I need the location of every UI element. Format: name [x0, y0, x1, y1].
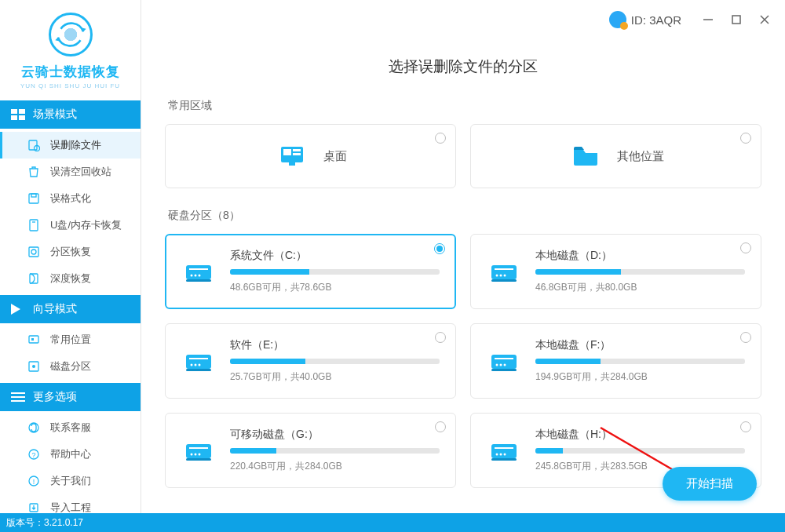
- sidebar-item-label: U盘/内存卡恢复: [50, 218, 122, 232]
- partition-card[interactable]: 软件（E:） 25.7GB可用，共40.0GB: [165, 323, 456, 399]
- drive-icon: [487, 433, 521, 468]
- section-scene-label: 场景模式: [33, 107, 77, 122]
- partition-usage: 46.8GB可用，共80.0GB: [535, 281, 745, 294]
- drive-icon: [487, 344, 521, 378]
- sidebar-item-usb-sd[interactable]: U盘/内存卡恢复: [0, 212, 141, 239]
- partition-card[interactable]: 本地磁盘（D:） 46.8GB可用，共80.0GB: [470, 234, 761, 309]
- radio-indicator: [434, 243, 445, 254]
- minimize-button[interactable]: [697, 9, 719, 31]
- svg-rect-34: [283, 149, 291, 155]
- radio-indicator: [740, 421, 751, 432]
- sidebar-item-label: 关于我们: [50, 474, 91, 488]
- svg-rect-69: [495, 447, 513, 449]
- partitions-label: 硬盘分区（8）: [168, 209, 761, 223]
- sidebar: 云骑士数据恢复 YUN QI SHI SHU JU HUI FU 场景模式 误删…: [0, 0, 141, 513]
- section-more-header: 更多选项: [0, 383, 141, 411]
- sidebar-item-label: 分区恢复: [50, 245, 91, 259]
- usage-bar: [535, 448, 745, 454]
- main-panel: 选择误删除文件的分区 常用区域 桌面 其他位置: [141, 0, 785, 513]
- partition-name: 可移动磁盘（G:）: [230, 428, 440, 442]
- svg-rect-8: [11, 115, 17, 120]
- svg-rect-36: [293, 153, 301, 155]
- svg-rect-51: [189, 358, 208, 359]
- partition-card[interactable]: 可移动磁盘（G:） 220.4GB可用，共284.0GB: [165, 413, 456, 488]
- partition-usage: 48.6GB可用，共78.6GB: [230, 281, 440, 294]
- svg-point-70: [496, 454, 498, 456]
- about-icon: !: [27, 474, 41, 488]
- format-icon: [27, 191, 41, 206]
- support-icon: [27, 421, 41, 435]
- deep-scan-icon: [27, 271, 41, 286]
- logo-icon: [49, 13, 93, 56]
- radio-indicator: [740, 133, 751, 144]
- svg-text:?: ?: [31, 451, 35, 459]
- sidebar-item-label: 误删除文件: [50, 138, 101, 152]
- partition-card[interactable]: 本地磁盘（F:） 194.9GB可用，共284.0GB: [470, 323, 761, 399]
- svg-rect-55: [186, 369, 211, 371]
- statusbar: 版本号：3.21.0.17: [0, 513, 785, 532]
- section-wizard-header: 向导模式: [0, 295, 141, 323]
- partition-usage: 25.7GB可用，共40.0GB: [230, 370, 440, 384]
- scene-mode-icon: [11, 109, 25, 120]
- usage-bar: [230, 359, 440, 364]
- drive-icon: [487, 254, 521, 289]
- sidebar-item-label: 帮助中心: [50, 447, 91, 461]
- svg-point-46: [496, 275, 498, 277]
- scene-menu: 误删除文件 误清空回收站 误格式化 U盘/内存卡恢复 分区恢复 深度恢复: [0, 129, 141, 295]
- version-label: 版本号：3.21.0.17: [6, 516, 83, 530]
- sidebar-item-recycle-bin[interactable]: 误清空回收站: [0, 159, 141, 185]
- drive-icon: [181, 344, 216, 378]
- maximize-button[interactable]: [725, 9, 747, 31]
- card-other-location[interactable]: 其他位置: [470, 124, 761, 188]
- user-id-text: ID: 3AQR: [631, 13, 681, 27]
- sidebar-item-about[interactable]: ! 关于我们: [0, 468, 141, 494]
- radio-indicator: [740, 242, 751, 253]
- partition-name: 本地磁盘（H:）: [535, 428, 745, 442]
- more-options-icon: [11, 392, 25, 403]
- sidebar-item-label: 深度恢复: [50, 271, 91, 286]
- more-menu: 联系客服 ? 帮助中心 ! 关于我们 导入工程: [0, 411, 141, 524]
- svg-rect-1: [732, 16, 740, 24]
- svg-rect-7: [19, 109, 25, 114]
- start-scan-button[interactable]: 开始扫描: [663, 467, 757, 501]
- svg-rect-62: [186, 444, 211, 458]
- svg-rect-16: [29, 247, 38, 257]
- partition-name: 本地磁盘（F:）: [535, 338, 745, 352]
- svg-rect-37: [289, 162, 295, 166]
- sidebar-item-help[interactable]: ? 帮助中心: [0, 441, 141, 468]
- recycle-bin-icon: [27, 165, 41, 179]
- svg-rect-67: [186, 458, 211, 461]
- svg-rect-39: [189, 268, 208, 270]
- sidebar-item-common-location[interactable]: 常用位置: [0, 326, 141, 353]
- close-button[interactable]: [754, 9, 776, 31]
- logo-subtitle: YUN QI SHI SHU JU HUI FU: [0, 82, 141, 89]
- sidebar-item-formatted[interactable]: 误格式化: [0, 185, 141, 212]
- svg-rect-10: [29, 140, 37, 150]
- sidebar-item-label: 误格式化: [50, 191, 91, 206]
- sidebar-item-label: 磁盘分区: [50, 359, 91, 373]
- partition-card[interactable]: 系统文件（C:） 48.6GB可用，共78.6GB: [165, 234, 456, 309]
- svg-point-71: [500, 454, 502, 456]
- card-desktop[interactable]: 桌面: [165, 124, 456, 188]
- logo: 云骑士数据恢复 YUN QI SHI SHU JU HUI FU: [0, 0, 141, 100]
- partition-scroll[interactable]: 常用区域 桌面 其他位置 硬盘分区（8）: [165, 99, 774, 513]
- sidebar-item-support[interactable]: 联系客服: [0, 414, 141, 441]
- user-id-badge[interactable]: ID: 3AQR: [609, 11, 681, 28]
- location-icon: [27, 333, 41, 347]
- sidebar-item-disk-partition[interactable]: 磁盘分区: [0, 353, 141, 380]
- svg-rect-21: [31, 338, 34, 341]
- svg-point-48: [504, 275, 506, 277]
- svg-point-53: [195, 364, 197, 366]
- sidebar-item-partition[interactable]: 分区恢复: [0, 239, 141, 265]
- sidebar-item-deep[interactable]: 深度恢复: [0, 265, 141, 292]
- partition-usage: 194.9GB可用，共284.0GB: [535, 370, 745, 384]
- svg-point-64: [191, 454, 193, 456]
- svg-rect-44: [491, 265, 517, 279]
- sidebar-item-deleted-files[interactable]: 误删除文件: [0, 132, 141, 159]
- svg-rect-61: [491, 369, 517, 371]
- folder-icon: [568, 139, 603, 173]
- svg-point-42: [199, 275, 201, 277]
- svg-point-58: [496, 364, 498, 366]
- section-more-label: 更多选项: [33, 390, 77, 404]
- card-label: 其他位置: [617, 149, 664, 164]
